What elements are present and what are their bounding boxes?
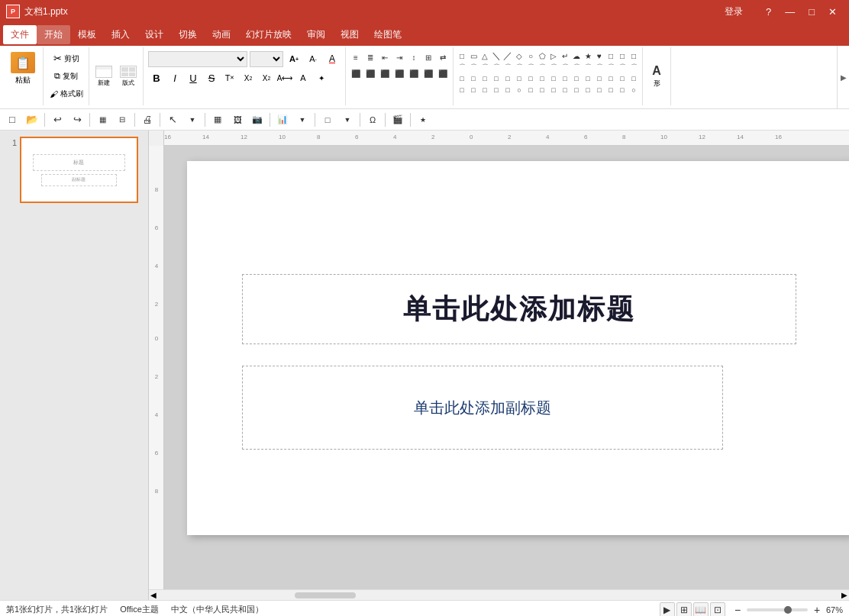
shape-u12[interactable]: □ [583,85,593,95]
align-top-btn[interactable]: ⬛ [407,66,421,80]
slide-canvas[interactable]: 单击此处添加标题 单击此处添加副标题 [187,161,849,535]
shape-u15[interactable]: □ [617,85,628,95]
shape-btn2[interactable]: □ [318,111,337,129]
new-slide-btn[interactable]: 新建 [92,64,115,89]
shape-t11[interactable]: □ [571,73,582,84]
redo-btn[interactable]: ↪ [68,111,86,129]
menu-item-review[interactable]: 审阅 [299,25,333,44]
shape-t2[interactable]: □ [468,73,479,84]
shape-s6[interactable]: ⌒ [514,62,525,73]
shape-r3[interactable]: □ [628,50,639,61]
shape-s14[interactable]: ⌒ [605,62,616,73]
shape-u13[interactable]: □ [594,85,605,95]
reading-view-btn[interactable]: 📖 [693,602,709,617]
zoom-out-btn[interactable]: − [731,604,744,616]
open-file-btn[interactable]: 📂 [23,111,41,129]
scrollbar-bottom[interactable]: ◀ ▶ [149,589,849,600]
shape-u16[interactable]: ○ [628,85,639,95]
maximize-button[interactable]: □ [802,5,821,19]
video-btn[interactable]: 🎬 [389,111,407,129]
shape-star[interactable]: ★ [583,50,593,61]
shape-t16[interactable]: □ [628,73,639,84]
menu-item-slideshow[interactable]: 幻灯片放映 [238,25,299,44]
italic-button[interactable]: I [166,69,183,86]
cursor-btn[interactable]: ↖ [163,111,182,129]
table-btn[interactable]: ▦ [208,111,227,129]
zoom-in-btn[interactable]: + [811,604,823,616]
text-direction-btn[interactable]: ⇄ [436,50,450,64]
text-clear-btn[interactable]: ✦ [313,69,330,86]
text-effect-btn[interactable]: A [295,69,312,86]
format-button[interactable]: 🖌 格式刷 [47,87,86,101]
shape-s4[interactable]: ⌒ [491,62,502,73]
shape-u2[interactable]: □ [468,85,479,95]
indent-decrease-btn[interactable]: ⇤ [378,50,392,64]
chart-dropdown[interactable]: ▼ [293,111,312,129]
shape-cloud[interactable]: ☁ [571,50,582,61]
font-size-down-btn[interactable]: A- [305,50,321,67]
align-right-btn[interactable]: ⬛ [378,66,392,80]
shape-t6[interactable]: □ [514,73,525,84]
shape-dropdown[interactable]: ▼ [338,111,357,129]
font-name-select[interactable] [148,51,247,67]
close-button[interactable]: ✕ [822,5,843,19]
shape-t14[interactable]: □ [605,73,616,84]
scroll-right-btn[interactable]: ▶ [840,591,849,600]
cut-button[interactable]: ✂ 剪切 [47,52,86,66]
superscript-button[interactable]: X2 [258,69,275,86]
shape-u4[interactable]: □ [491,85,502,95]
shape-s1[interactable]: ⌒ [457,62,467,73]
shape-s11[interactable]: ⌒ [571,62,582,73]
shape-heart[interactable]: ♥ [594,50,605,61]
list-number-btn[interactable]: ≣ [363,50,377,64]
font-color-btn[interactable]: A [324,50,341,67]
screenshot-btn[interactable]: 📷 [248,111,266,129]
presenter-view-btn[interactable]: ⊡ [710,602,725,617]
shape-u14[interactable]: □ [605,85,616,95]
scrollbar-h-track[interactable] [158,592,840,599]
indent-increase-btn[interactable]: ⇥ [392,50,406,64]
title-placeholder[interactable]: 单击此处添加标题 [242,274,796,344]
shape-line1[interactable]: ＼ [491,50,502,61]
shape-u7[interactable]: □ [525,85,536,95]
shape-s8[interactable]: ⌒ [537,62,547,73]
shape-arrow[interactable]: ▷ [548,50,559,61]
font-size-select[interactable] [250,51,283,67]
menu-item-start[interactable]: 开始 [37,25,70,44]
menu-item-insert[interactable]: 插入 [104,25,137,44]
shape-u5[interactable]: □ [502,85,513,95]
shape-r1[interactable]: □ [605,50,616,61]
image-btn[interactable]: 🖼 [228,111,247,129]
align-center-btn[interactable]: ⬛ [363,66,377,80]
menu-item-view[interactable]: 视图 [333,25,366,44]
shape-line2[interactable]: ／ [502,50,513,61]
chart-btn[interactable]: 📊 [273,111,292,129]
slide-view-btn[interactable]: ▦ [93,111,111,129]
shape-s9[interactable]: ⌒ [548,62,559,73]
shape-s10[interactable]: ⌒ [560,62,570,73]
shape-s5[interactable]: ⌒ [502,62,513,73]
slide-layout-btn[interactable]: 版式 [117,64,140,89]
customize-btn[interactable]: ★ [414,111,432,129]
format-text-btn[interactable]: A 形 [646,63,667,90]
underline-button[interactable]: U [185,69,202,86]
slide-sorter-btn[interactable]: ⊞ [676,602,692,617]
shape-s7[interactable]: ⌒ [525,62,536,73]
canvas-scroll-area[interactable]: 8 6 4 2 0 2 4 6 8 单击此处添加标题 [149,146,849,589]
slide-thumbnail-1[interactable]: 标题 副标题 [20,137,138,203]
subscript-button[interactable]: X2 [240,69,257,86]
shape-u1[interactable]: □ [457,85,467,95]
shape-t5[interactable]: □ [502,73,513,84]
shape-t1[interactable]: □ [457,73,467,84]
shape-u10[interactable]: □ [560,85,570,95]
shape-t8[interactable]: □ [537,73,547,84]
shape-s16[interactable]: ⌒ [628,62,639,73]
menu-item-draw[interactable]: 绘图笔 [366,25,409,44]
shape-rect2[interactable]: ▭ [468,50,479,61]
shape-pentagon[interactable]: ⬠ [537,50,547,61]
shape-s15[interactable]: ⌒ [617,62,628,73]
shape-u6[interactable]: ○ [514,85,525,95]
shape-t12[interactable]: □ [583,73,593,84]
menu-item-template[interactable]: 模板 [70,25,104,44]
subtitle-placeholder[interactable]: 单击此处添加副标题 [242,366,723,450]
